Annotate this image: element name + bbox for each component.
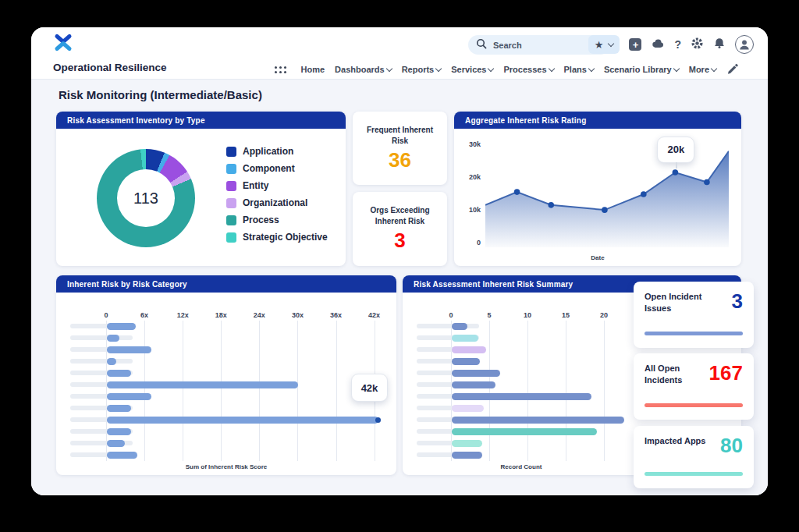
- bar[interactable]: [107, 440, 125, 447]
- bar[interactable]: [107, 393, 151, 400]
- main-nav: HomeDashboardsReportsServicesProcessesPl…: [275, 62, 738, 77]
- x-axis-title: Date: [454, 254, 741, 261]
- nav-item-services[interactable]: Services: [451, 65, 493, 74]
- donut-legend: ApplicationComponentEntityOrganizational…: [226, 146, 328, 243]
- bar[interactable]: [107, 323, 136, 330]
- page-title: Risk Monitoring (Intermediate/Basic): [59, 88, 262, 101]
- bar[interactable]: [452, 381, 495, 388]
- bar[interactable]: [452, 428, 597, 435]
- y-tick-label: 30k: [460, 140, 481, 148]
- app-launcher-icon[interactable]: [275, 66, 286, 73]
- nav-item-processes[interactable]: Processes: [503, 65, 553, 74]
- legend-label: Process: [243, 215, 279, 225]
- bar[interactable]: [107, 452, 137, 459]
- x-tick-label: 42x: [368, 311, 380, 319]
- bar[interactable]: [107, 381, 298, 388]
- nav-item-scenario-library[interactable]: Scenario Library: [604, 65, 679, 74]
- donut-total: 113: [97, 149, 195, 247]
- legend-swatch: [226, 232, 236, 243]
- chevron-down-icon: [385, 66, 392, 72]
- nav-item-dashboards[interactable]: Dashboards: [335, 65, 392, 74]
- bar[interactable]: [452, 417, 624, 424]
- x-tick-label: 12x: [177, 311, 189, 319]
- nav-item-home[interactable]: Home: [301, 65, 325, 74]
- kpi-frequent-inherent-risk[interactable]: Frequent Inherent Risk 36: [353, 112, 447, 185]
- kpi-impacted-apps[interactable]: Impacted Apps 80: [634, 426, 754, 488]
- legend-item[interactable]: Strategic Objective: [226, 232, 328, 243]
- edit-pencil-icon[interactable]: [726, 62, 738, 77]
- search-input[interactable]: [492, 40, 596, 51]
- cloud-icon[interactable]: [651, 37, 665, 51]
- bar[interactable]: [107, 335, 119, 342]
- bar[interactable]: [452, 323, 467, 330]
- gridline: [259, 321, 260, 461]
- bar[interactable]: [452, 405, 484, 412]
- x-tick-label: 0: [449, 311, 453, 319]
- bar[interactable]: [452, 440, 482, 447]
- y-axis-label-skeleton: [70, 335, 133, 340]
- card-risk-by-category: Inherent Risk by Risk Category 42k Sum o…: [56, 275, 396, 475]
- y-tick-label: 10k: [460, 206, 481, 214]
- bar[interactable]: [452, 335, 478, 342]
- tooltip-stem: [676, 162, 677, 168]
- bar-chart-category[interactable]: 42k Sum of Inherent Risk Score 06x12x18x…: [56, 293, 396, 475]
- area-chart[interactable]: 30k20k10k0 20k Date: [454, 129, 741, 266]
- x-tick-label: 15: [562, 311, 570, 319]
- card-title: Risk Assessment Inventory by Type: [67, 116, 205, 125]
- bar-tooltip: 42k: [351, 374, 388, 402]
- legend-label: Organizational: [243, 197, 307, 208]
- bar[interactable]: [107, 370, 131, 377]
- card-title: Risk Assessment Inherent Risk Summary: [414, 280, 573, 289]
- bar[interactable]: [107, 428, 131, 435]
- y-tick-label: 0: [460, 239, 481, 246]
- kpi-value: 3: [394, 229, 405, 253]
- gridline: [566, 321, 566, 461]
- kpi-label: All Open Incidents: [645, 363, 707, 386]
- legend-label: Component: [243, 163, 295, 174]
- card-title: Inherent Risk by Risk Category: [67, 280, 187, 289]
- kpi-label: Impacted Apps: [645, 435, 707, 447]
- legend-item[interactable]: Entity: [226, 180, 328, 191]
- bar[interactable]: [107, 346, 151, 353]
- nav-item-more[interactable]: More: [689, 65, 716, 74]
- header-icon-row: ★ + ?: [588, 34, 754, 55]
- bell-icon[interactable]: [713, 37, 726, 52]
- user-avatar[interactable]: [735, 35, 754, 54]
- bar[interactable]: [107, 358, 116, 365]
- bar[interactable]: [107, 405, 131, 412]
- card-header: Risk Assessment Inventory by Type: [56, 112, 346, 129]
- create-new-button[interactable]: +: [629, 38, 641, 51]
- bar[interactable]: [452, 393, 591, 400]
- area-tooltip: 20k: [657, 137, 694, 163]
- gridline: [221, 321, 222, 461]
- bar[interactable]: [452, 346, 486, 353]
- x-tick-label: 20: [600, 311, 608, 319]
- x-tick-label: 5: [487, 311, 491, 319]
- legend-item[interactable]: Component: [226, 163, 328, 174]
- bar[interactable]: [107, 417, 378, 424]
- donut-chart[interactable]: 113 ApplicationComponentEntityOrganizati…: [56, 129, 346, 266]
- bar[interactable]: [452, 370, 500, 377]
- app-window: Operational Resilience ★ +: [31, 27, 768, 495]
- x-tick-label: 36x: [330, 311, 342, 319]
- kpi-label: Orgs Exceeding Inherent Risk: [365, 205, 435, 227]
- gear-icon[interactable]: [691, 37, 704, 53]
- kpi-orgs-exceeding[interactable]: Orgs Exceeding Inherent Risk 3: [353, 192, 447, 266]
- nav-item-plans[interactable]: Plans: [564, 65, 594, 74]
- legend-item[interactable]: Organizational: [226, 197, 328, 208]
- kpi-value: 36: [389, 148, 411, 172]
- x-axis-title: Record Count: [403, 463, 640, 470]
- kpi-label: Frequent Inherent Risk: [365, 125, 435, 147]
- kpi-open-incident-issues[interactable]: Open Incident Issues 3: [634, 282, 754, 348]
- legend-item[interactable]: Process: [226, 215, 328, 225]
- bar[interactable]: [452, 452, 482, 459]
- nav-item-reports[interactable]: Reports: [402, 65, 442, 74]
- bar[interactable]: [452, 358, 480, 365]
- legend-item[interactable]: Application: [226, 146, 328, 157]
- help-icon[interactable]: ?: [674, 38, 681, 51]
- kpi-all-open-incidents[interactable]: All Open Incidents 167: [634, 353, 754, 420]
- x-tick-label: 24x: [254, 311, 265, 319]
- gridline: [183, 321, 183, 461]
- company-logo-icon: [53, 33, 73, 55]
- favorites-button[interactable]: ★: [588, 35, 620, 54]
